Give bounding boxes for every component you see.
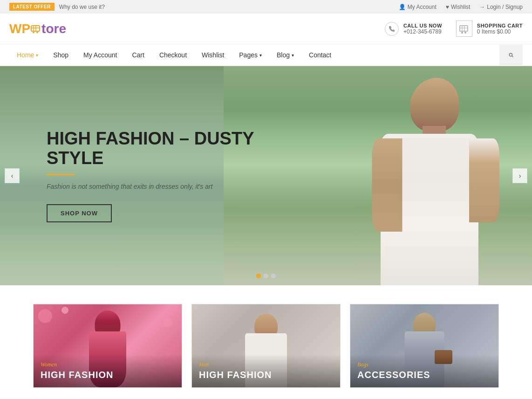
svg-rect-6	[460, 26, 468, 31]
header: WP tore CALL US NOW +012-345-6789	[0, 14, 532, 44]
svg-point-12	[509, 53, 512, 56]
nav-item-shop[interactable]: Shop	[46, 44, 76, 66]
men-subtitle: Men	[199, 361, 333, 368]
hero-prev-button[interactable]: ‹	[5, 168, 20, 183]
nav-item-blog[interactable]: Blog ▾	[269, 44, 301, 66]
offer-text: Why do we use it?	[59, 4, 105, 10]
women-title: High Fashion	[41, 370, 175, 380]
logo-wp: WP	[9, 21, 30, 36]
logo[interactable]: WP tore	[9, 21, 66, 36]
header-contact: CALL US NOW +012-345-6789	[385, 22, 442, 36]
svg-point-8	[464, 32, 466, 34]
topbar-left: LATEST OFFER Why do we use it?	[9, 3, 105, 11]
categories-section: Women High Fashion Men	[0, 285, 532, 399]
svg-point-2	[36, 32, 38, 33]
cart-summary: 0 Items $0.00	[477, 28, 523, 35]
cart-icon	[456, 21, 472, 37]
chevron-left-icon: ‹	[11, 172, 14, 179]
shop-now-button[interactable]: SHOP NOW	[47, 204, 112, 222]
nav-item-cart[interactable]: Cart	[124, 44, 151, 66]
nav-item-my-account[interactable]: My Account	[76, 44, 124, 66]
bags-overlay: Bags ACCESSORIES	[350, 354, 498, 387]
nav-item-checkout[interactable]: Checkout	[152, 44, 194, 66]
header-contact-info: CALL US NOW +012-345-6789	[403, 23, 442, 35]
women-overlay: Women High Fashion	[34, 354, 182, 387]
hero-dot-2[interactable]	[264, 274, 268, 278]
hero-subtitle: Fashion is not something that exits in d…	[47, 183, 266, 190]
chevron-right-icon: ›	[519, 172, 521, 179]
user-icon: 👤	[399, 4, 406, 10]
category-card-bags[interactable]: Bags ACCESSORIES	[350, 304, 499, 388]
navbar-items: Home ▾ Shop My Account Cart Checkout Wis…	[9, 44, 499, 66]
cart-total: $0.00	[497, 28, 511, 35]
latest-offer-badge: LATEST OFFER	[9, 3, 55, 11]
category-card-men[interactable]: Men High Fashion	[191, 304, 341, 388]
hero-divider	[47, 174, 75, 175]
my-account-link[interactable]: 👤 My Account	[399, 4, 437, 10]
call-label: CALL US NOW	[403, 23, 442, 28]
hero-dots	[256, 274, 276, 278]
header-cart-info: SHOPPING CART 0 Items $0.00	[477, 23, 523, 35]
hero-person-area	[224, 66, 532, 285]
search-icon	[509, 51, 513, 59]
cart-label: SHOPPING CART	[477, 23, 523, 28]
cart-items: 0 Items	[477, 28, 495, 35]
hero-slider: HIGH FASHION – DUSTY STYLE Fashion is no…	[0, 66, 532, 285]
categories-grid: Women High Fashion Men	[33, 304, 499, 388]
hero-man-figure	[346, 66, 513, 285]
chevron-down-icon-blog: ▾	[292, 53, 294, 58]
nav-item-contact[interactable]: Contact	[301, 44, 339, 66]
wishlist-link[interactable]: ♥ Wishlist	[446, 4, 470, 10]
women-subtitle: Women	[41, 361, 175, 368]
bags-title: ACCESSORIES	[357, 370, 491, 380]
svg-point-1	[33, 32, 34, 33]
topbar-right: 👤 My Account ♥ Wishlist → Login / Signup	[399, 4, 523, 10]
call-number: +012-345-6789	[403, 28, 442, 35]
logo-store: tore	[41, 21, 66, 36]
hero-dot-3[interactable]	[271, 274, 276, 278]
men-overlay: Men High Fashion	[192, 354, 340, 387]
hero-title: HIGH FASHION – DUSTY STYLE	[47, 129, 266, 168]
topbar: LATEST OFFER Why do we use it? 👤 My Acco…	[0, 0, 532, 14]
svg-line-13	[512, 56, 513, 57]
hero-dot-1[interactable]	[256, 274, 261, 278]
header-right: CALL US NOW +012-345-6789 SHOPPING CART …	[385, 21, 523, 37]
svg-rect-0	[31, 26, 40, 31]
chevron-down-icon: ▾	[36, 53, 38, 58]
bags-subtitle: Bags	[357, 361, 491, 368]
hero-next-button[interactable]: ›	[512, 168, 527, 183]
men-title: High Fashion	[199, 370, 333, 380]
svg-point-7	[461, 32, 463, 34]
navbar: Home ▾ Shop My Account Cart Checkout Wis…	[0, 44, 532, 66]
nav-item-pages[interactable]: Pages ▾	[232, 44, 269, 66]
category-card-women[interactable]: Women High Fashion	[33, 304, 182, 388]
phone-icon	[385, 22, 399, 36]
chevron-down-icon-pages: ▾	[259, 53, 262, 58]
header-cart[interactable]: SHOPPING CART 0 Items $0.00	[456, 21, 523, 37]
heart-icon: ♥	[446, 4, 449, 10]
login-link[interactable]: → Login / Signup	[479, 4, 523, 10]
logo-cart-graphic	[31, 25, 41, 33]
nav-item-wishlist[interactable]: Wishlist	[194, 44, 232, 66]
hero-content: HIGH FASHION – DUSTY STYLE Fashion is no…	[0, 129, 266, 222]
search-button[interactable]	[499, 45, 523, 65]
signin-icon: →	[479, 4, 485, 10]
nav-item-home[interactable]: Home ▾	[9, 44, 46, 66]
